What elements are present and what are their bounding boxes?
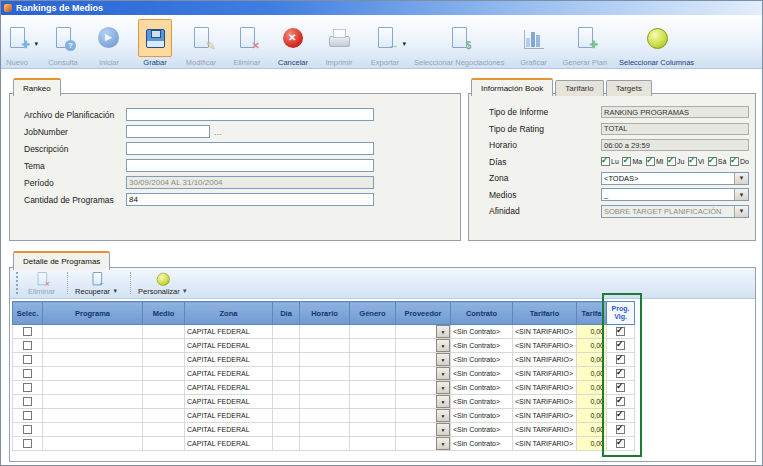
toolbar-button[interactable]: ▾ Imprimir (316, 18, 362, 68)
toolbar-button[interactable]: ▾ Cancelar (270, 18, 316, 68)
day-option: Do (730, 157, 749, 166)
tab-targets[interactable]: Targets (606, 80, 652, 96)
select-checkbox[interactable] (23, 397, 32, 406)
proveedor-dropdown-button[interactable]: ▼ (436, 423, 450, 436)
jobnumber-input[interactable] (126, 125, 210, 138)
proveedor-dropdown-button[interactable]: ▼ (436, 339, 450, 352)
toolbar-button[interactable]: ▾ Grabar (132, 18, 178, 68)
descripcion-input[interactable] (126, 142, 374, 155)
cantidad-input[interactable]: 84 (126, 193, 374, 206)
toolbar-button[interactable]: ▾ Eliminar (224, 18, 270, 68)
toolbar-button[interactable]: ▾ Exportar (362, 18, 408, 68)
table-row[interactable]: CAPITAL FEDERAL ▼ <Sin Contrato> <SIN TA… (13, 409, 635, 423)
zona-dropdown[interactable]: <TODAS> ▼ (601, 172, 749, 185)
select-checkbox[interactable] (23, 411, 32, 420)
select-checkbox[interactable] (23, 383, 32, 392)
column-header-proveedor[interactable]: Proveedor (396, 302, 451, 325)
detalle-toolbar-button[interactable]: Personalizar▼ (138, 271, 188, 296)
proveedor-dropdown-button[interactable]: ▼ (436, 353, 450, 366)
proveedor-dropdown-button[interactable]: ▼ (436, 409, 450, 422)
column-header-medio[interactable]: Medio (143, 302, 185, 325)
prog-vig-checkbox[interactable] (616, 341, 625, 350)
select-checkbox[interactable] (23, 327, 32, 336)
table-row[interactable]: CAPITAL FEDERAL ▼ <Sin Contrato> <SIN TA… (13, 423, 635, 437)
select-checkbox[interactable] (23, 355, 32, 364)
day-checkbox[interactable] (730, 157, 739, 166)
toolbar-button[interactable]: ▾ Iniciar (86, 18, 132, 68)
column-header-prog-vig[interactable]: Prog. Vig. (607, 302, 635, 325)
day-checkbox[interactable] (708, 157, 717, 166)
toolbar-grip[interactable] (16, 272, 21, 294)
column-header-horario[interactable]: Horario (300, 302, 350, 325)
column-header-zona[interactable]: Zona (185, 302, 273, 325)
prog-vig-checkbox[interactable] (616, 383, 625, 392)
prog-vig-checkbox[interactable] (616, 425, 625, 434)
toolbar-button[interactable]: ▾ Generar Plan (556, 18, 613, 68)
proveedor-dropdown-button[interactable]: ▼ (436, 325, 450, 338)
day-checkbox[interactable] (601, 157, 610, 166)
cell-horario (300, 409, 350, 423)
prog-vig-checkbox[interactable] (616, 397, 625, 406)
prog-vig-checkbox[interactable] (616, 369, 625, 378)
tab-informacion-book[interactable]: Información Book (471, 78, 553, 96)
cell-programa (43, 325, 143, 339)
cell-dia (273, 367, 300, 381)
column-header-tarifario[interactable]: Tarifario (513, 302, 577, 325)
day-checkbox[interactable] (667, 157, 676, 166)
dropdown-arrow-icon[interactable]: ▼ (182, 288, 188, 294)
column-header-contrato[interactable]: Contrato (451, 302, 513, 325)
day-checkbox[interactable] (646, 157, 655, 166)
archivo-input[interactable] (126, 108, 374, 121)
jobnumber-browse-button[interactable]: ... (214, 127, 222, 137)
detalle-toolbar-button[interactable]: Recuperar▼ (75, 271, 118, 296)
prog-vig-checkbox[interactable] (616, 355, 625, 364)
cell-genero (350, 395, 396, 409)
table-row[interactable]: CAPITAL FEDERAL ▼ <Sin Contrato> <SIN TA… (13, 437, 635, 451)
prog-vig-checkbox[interactable] (616, 327, 625, 336)
column-header-tarifa[interactable]: Tarifa (577, 302, 607, 325)
day-checkbox[interactable] (688, 157, 697, 166)
prog-vig-checkbox[interactable] (616, 411, 625, 420)
toolbar-button[interactable]: ▾ Nuevo (0, 18, 40, 68)
toolbar-button[interactable]: ▾ Graficar (510, 18, 556, 68)
chevron-down-icon[interactable]: ▼ (734, 173, 748, 184)
cell-zona: CAPITAL FEDERAL (185, 381, 273, 395)
cell-proveedor: ▼ (396, 325, 451, 339)
detalle-toolbar-button[interactable]: Eliminar▼ (28, 271, 55, 296)
vig-header-line: Vig. (607, 313, 634, 321)
medios-dropdown[interactable]: _ ▼ (601, 188, 749, 201)
select-checkbox[interactable] (23, 439, 32, 448)
table-row[interactable]: CAPITAL FEDERAL ▼ <Sin Contrato> <SIN TA… (13, 395, 635, 409)
column-header-programa[interactable]: Programa (43, 302, 143, 325)
table-row[interactable]: CAPITAL FEDERAL ▼ <Sin Contrato> <SIN TA… (13, 339, 635, 353)
tema-input[interactable] (126, 159, 374, 172)
dropdown-arrow-icon[interactable]: ▾ (402, 40, 406, 48)
column-header-genero[interactable]: Género (350, 302, 396, 325)
cell-medio (143, 423, 185, 437)
select-checkbox[interactable] (23, 341, 32, 350)
proveedor-dropdown-button[interactable]: ▼ (436, 437, 450, 450)
dropdown-arrow-icon[interactable]: ▼ (112, 288, 118, 294)
day-checkbox[interactable] (622, 157, 631, 166)
column-header-selec[interactable]: Selec. (13, 302, 43, 325)
proveedor-dropdown-button[interactable]: ▼ (436, 381, 450, 394)
select-checkbox[interactable] (23, 369, 32, 378)
table-row[interactable]: CAPITAL FEDERAL ▼ <Sin Contrato> <SIN TA… (13, 325, 635, 339)
prog-vig-checkbox[interactable] (616, 439, 625, 448)
tab-detalle-programas[interactable]: Detalle de Programas (13, 251, 110, 270)
table-row[interactable]: CAPITAL FEDERAL ▼ <Sin Contrato> <SIN TA… (13, 367, 635, 381)
tab-tarifario[interactable]: Tarifario (555, 80, 603, 96)
proveedor-dropdown-button[interactable]: ▼ (436, 367, 450, 380)
toolbar-button[interactable]: ▾ Modificar (178, 18, 224, 68)
toolbar-button[interactable]: ▾ Seleccionar Negociaciones (408, 18, 510, 68)
column-header-dia[interactable]: Día (273, 302, 300, 325)
chevron-down-icon[interactable]: ▼ (734, 189, 748, 200)
table-row[interactable]: CAPITAL FEDERAL ▼ <Sin Contrato> <SIN TA… (13, 353, 635, 367)
tab-rankeo[interactable]: Rankeo (13, 78, 61, 96)
select-checkbox[interactable] (23, 425, 32, 434)
proveedor-dropdown-button[interactable]: ▼ (436, 395, 450, 408)
toolbar-button[interactable]: ▾ Seleccionar Columnas (613, 18, 700, 68)
table-row[interactable]: CAPITAL FEDERAL ▼ <Sin Contrato> <SIN TA… (13, 381, 635, 395)
toolbar-button[interactable]: ▾ Consulta (40, 18, 86, 68)
dropdown-arrow-icon[interactable]: ▾ (34, 40, 38, 48)
